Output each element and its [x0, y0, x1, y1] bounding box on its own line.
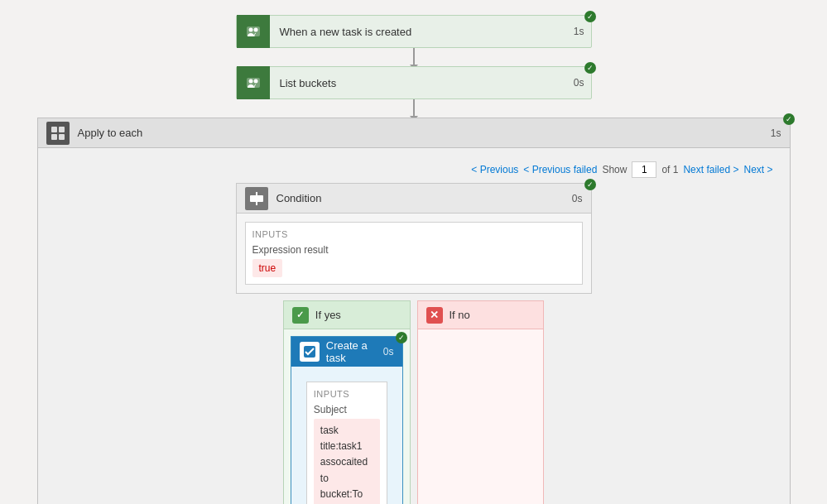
apply-each-time: 1s — [771, 127, 781, 139]
previous-failed-link[interactable]: < Previous failed — [523, 164, 597, 175]
yes-icon: ✓ — [292, 307, 309, 324]
create-task-header[interactable]: Create a task 0s — [291, 337, 402, 367]
svg-point-2 — [253, 28, 257, 32]
create-task-icon — [300, 342, 320, 362]
next-link[interactable]: Next > — [743, 164, 772, 175]
branch-no: ✕ If no — [417, 300, 545, 504]
apply-each-container: Apply to each 1s < Previous < Previous f… — [37, 118, 791, 504]
create-task-body: INPUTS Subject task title:task1 assocait… — [291, 367, 402, 504]
subject-line-2: assocaited to bucket:To do — [320, 454, 373, 504]
subject-line-1: task title:task1 — [320, 423, 373, 454]
trigger-node-wrapper: When a new task is created 1s — [236, 15, 592, 48]
condition-time: 0s — [572, 193, 583, 204]
list-buckets-node[interactable]: List buckets 0s — [236, 66, 592, 99]
list-buckets-icon — [237, 66, 270, 99]
apply-each-header[interactable]: Apply to each 1s — [38, 118, 790, 148]
create-task-block: Create a task 0s INPUTS Subject — [291, 336, 403, 504]
no-label: If no — [450, 309, 470, 321]
condition-icon — [245, 187, 268, 210]
previous-link[interactable]: < Previous — [471, 164, 518, 175]
condition-check — [584, 179, 596, 190]
apply-each-label: Apply to each — [78, 127, 771, 139]
condition-label: Condition — [276, 192, 572, 204]
svg-rect-9 — [59, 134, 65, 140]
next-failed-link[interactable]: Next failed > — [683, 164, 738, 175]
trigger-icon — [237, 15, 270, 48]
list-buckets-wrapper: List buckets 0s — [236, 66, 592, 99]
apply-each-body: < Previous < Previous failed Show of 1 N… — [38, 148, 790, 504]
branch-row: ✓ If yes — [283, 300, 544, 504]
create-task-inputs: INPUTS Subject task title:task1 assocait… — [306, 382, 387, 504]
list-buckets-check — [584, 62, 596, 74]
condition-inputs-section: INPUTS Expression result true — [245, 222, 583, 285]
pagination-bar: < Previous < Previous failed Show of 1 N… — [46, 156, 781, 183]
branch-yes-header: ✓ If yes — [284, 301, 410, 329]
show-label: Show — [602, 164, 627, 175]
main-flow: When a new task is created 1s List bucke… — [0, 0, 827, 504]
trigger-time: 1s — [574, 26, 591, 37]
branch-no-header: ✕ If no — [418, 301, 544, 329]
expression-label: Expression result — [252, 244, 575, 256]
arrow-1 — [413, 48, 415, 66]
subject-values: task title:task1 assocaited to bucket:To… — [314, 419, 380, 504]
trigger-label: When a new task is created — [270, 26, 574, 38]
create-task-label: Create a task — [326, 339, 377, 364]
list-buckets-label: List buckets — [270, 77, 574, 89]
create-task-check — [396, 332, 407, 343]
no-icon: ✕ — [426, 307, 443, 324]
page-input[interactable] — [632, 161, 656, 178]
svg-rect-6 — [51, 127, 57, 132]
condition-block: Condition 0s INPUTS Expression result tr… — [236, 183, 592, 294]
canvas: When a new task is created 1s List bucke… — [0, 0, 827, 504]
arrow-2 — [413, 99, 415, 118]
condition-header[interactable]: Condition 0s — [237, 184, 591, 214]
create-task-inputs-label: INPUTS — [314, 389, 380, 399]
create-task-time: 0s — [383, 346, 394, 358]
trigger-check — [584, 11, 596, 22]
subject-label: Subject — [314, 404, 380, 415]
expression-value: true — [252, 259, 283, 277]
apply-each-check — [783, 113, 795, 125]
svg-rect-7 — [59, 127, 65, 132]
apply-each-wrapper: Apply to each 1s < Previous < Previous f… — [37, 118, 791, 504]
condition-wrapper: Condition 0s INPUTS Expression result tr… — [46, 183, 781, 504]
apply-each-icon — [46, 122, 70, 145]
branch-yes: ✓ If yes — [283, 300, 411, 504]
svg-point-5 — [253, 79, 257, 84]
svg-rect-8 — [51, 134, 57, 140]
of-label: of 1 — [661, 164, 678, 175]
list-buckets-time: 0s — [574, 77, 591, 89]
yes-label: If yes — [315, 309, 341, 321]
trigger-node[interactable]: When a new task is created 1s — [236, 15, 592, 48]
svg-point-4 — [248, 79, 252, 84]
svg-point-1 — [248, 28, 252, 32]
condition-inputs-label: INPUTS — [252, 229, 575, 239]
